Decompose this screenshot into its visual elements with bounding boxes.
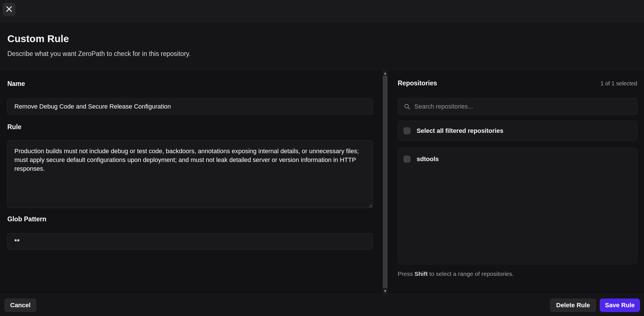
page-subtitle: Describe what you want ZeroPath to check…	[7, 50, 191, 58]
repositories-header: Repositories 1 of 1 selected	[398, 79, 637, 87]
rule-textarea[interactable]: Production builds must not include debug…	[7, 140, 373, 208]
close-button[interactable]: ×	[3, 3, 16, 16]
rule-label: Rule	[7, 123, 21, 131]
dialog-footer: Cancel Delete Rule Save Rule	[0, 294, 644, 316]
repository-name: sdtools	[417, 155, 439, 163]
scrollbar-thumb[interactable]	[383, 76, 388, 288]
shift-key-label: Shift	[415, 270, 428, 277]
cancel-button[interactable]: Cancel	[4, 298, 36, 312]
select-all-row[interactable]: Select all filtered repositories	[398, 121, 637, 141]
name-label: Name	[7, 80, 25, 88]
select-all-checkbox[interactable]	[404, 127, 410, 134]
search-input[interactable]	[410, 99, 637, 114]
dialog-header: Custom Rule Describe what you want ZeroP…	[0, 22, 644, 70]
shift-select-hint: Press Shift to select a range of reposit…	[398, 270, 514, 277]
scrollbar-down-icon[interactable]: ▼	[383, 288, 388, 294]
custom-rule-dialog: × Custom Rule Describe what you want Zer…	[0, 0, 644, 316]
glob-pattern-input[interactable]	[7, 233, 373, 250]
delete-rule-button[interactable]: Delete Rule	[550, 298, 596, 312]
name-input[interactable]	[7, 98, 373, 115]
glob-pattern-label: Glob Pattern	[7, 215, 46, 223]
dialog-body: Name Rule Production builds must not inc…	[0, 70, 644, 294]
vertical-scrollbar[interactable]: ▲ ▼	[383, 70, 388, 294]
repository-row[interactable]: sdtools	[398, 148, 637, 163]
rule-field-wrap: Production builds must not include debug…	[7, 140, 373, 208]
repository-list: sdtools	[398, 148, 637, 264]
search-icon	[404, 103, 410, 110]
repository-checkbox[interactable]	[404, 156, 410, 163]
close-icon: ×	[5, 4, 13, 14]
selection-status: 1 of 1 selected	[601, 80, 637, 87]
repository-search-box	[398, 98, 637, 115]
repositories-title: Repositories	[398, 79, 437, 87]
scrollbar-up-icon[interactable]: ▲	[383, 70, 388, 76]
page-title: Custom Rule	[7, 33, 69, 44]
select-all-label: Select all filtered repositories	[417, 127, 503, 135]
top-bar: ×	[0, 0, 644, 22]
save-rule-button[interactable]: Save Rule	[600, 298, 640, 312]
